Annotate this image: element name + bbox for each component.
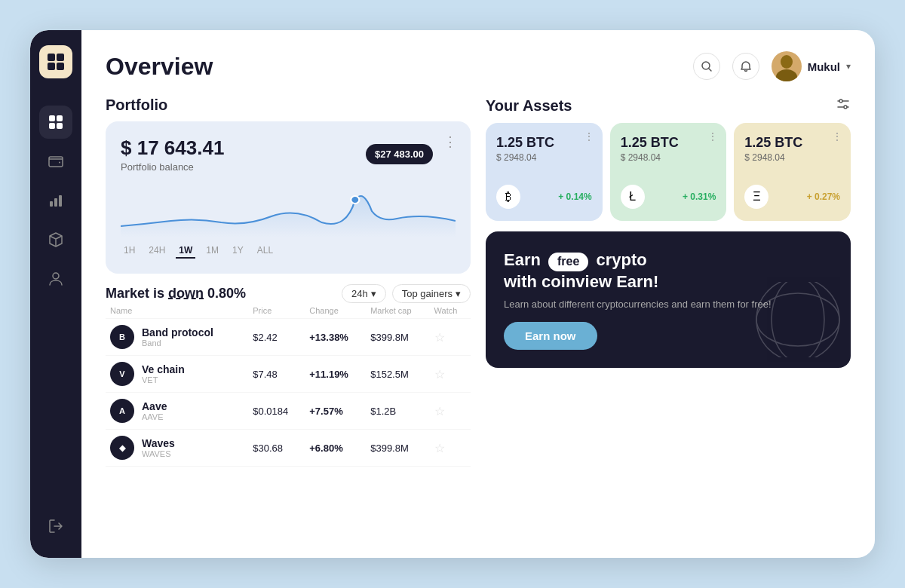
svg-point-24 (844, 106, 847, 109)
time-1y[interactable]: 1Y (229, 243, 247, 259)
search-button[interactable] (693, 53, 720, 80)
eth-change: + 0.27% (807, 191, 840, 202)
free-badge: free (548, 253, 588, 271)
filter-24h-btn[interactable]: 24h ▾ (342, 284, 386, 303)
bar-chart-icon (48, 192, 64, 209)
svg-point-27 (756, 293, 839, 346)
assets-title: Your Assets (486, 97, 572, 115)
coin-price: $30.68 (248, 430, 305, 467)
sidebar-item-dashboard[interactable] (39, 106, 72, 139)
svg-text:B: B (119, 332, 125, 341)
time-24h[interactable]: 24H (146, 243, 168, 259)
asset-card-eth: ⋮ 1.25 BTC $ 2948.04 Ξ + 0.27% (734, 123, 851, 221)
sidebar-nav (39, 106, 72, 510)
market-change-val: 0.80% (207, 286, 246, 301)
coin-logo: V (110, 362, 134, 386)
market-direction: down (168, 286, 204, 301)
star-icon[interactable]: ☆ (434, 442, 445, 455)
svg-point-14 (781, 55, 793, 69)
star-icon[interactable]: ☆ (434, 331, 445, 344)
svg-rect-3 (57, 63, 64, 70)
assets-section: Your Assets ⋮ (486, 96, 851, 221)
coin-watch[interactable]: ☆ (430, 430, 471, 467)
sidebar-item-chart[interactable] (39, 184, 72, 217)
sidebar-item-logout[interactable] (39, 510, 72, 543)
coin-name: Waves (142, 437, 175, 449)
svg-point-15 (776, 69, 797, 81)
col-change: Change (305, 303, 366, 319)
filter-button[interactable] (836, 96, 851, 115)
sidebar-logo[interactable] (39, 45, 72, 78)
avatar (772, 51, 802, 81)
ltc-change: + 0.31% (683, 191, 716, 202)
coin-watch[interactable]: ☆ (430, 319, 471, 356)
main-content: Overview (81, 30, 875, 558)
eth-amount: 1.25 BTC (744, 135, 840, 151)
chevron-down-icon: ▾ (846, 61, 851, 72)
sidebar-item-profile[interactable] (39, 262, 72, 296)
svg-rect-9 (50, 201, 53, 207)
table-row: V Ve chain VET $7.48 +11.19% $152.5M ☆ (106, 356, 471, 393)
asset-card-ltc: ⋮ 1.25 BTC $ 2948.04 Ł + 0.31% (610, 123, 727, 221)
coin-mcap: $1.2B (366, 393, 429, 430)
coin-watch[interactable]: ☆ (430, 393, 471, 430)
ltc-amount: 1.25 BTC (621, 135, 716, 151)
coin-symbol: AAVE (142, 412, 167, 421)
eth-bottom: Ξ + 0.27% (744, 185, 840, 209)
time-all[interactable]: ALL (254, 243, 276, 259)
portfolio-menu[interactable]: ⋮ (443, 133, 459, 150)
svg-text:A: A (119, 406, 125, 415)
coin-name: Band protocol (142, 326, 213, 338)
asset-card-menu-ltc[interactable]: ⋮ (707, 130, 719, 142)
earn-now-button[interactable]: Earn now (504, 322, 597, 350)
svg-point-12 (53, 273, 59, 279)
time-1m[interactable]: 1M (203, 243, 222, 259)
asset-card-menu-btc[interactable]: ⋮ (584, 130, 595, 142)
svg-point-16 (351, 196, 359, 204)
right-column: Your Assets ⋮ (486, 96, 851, 537)
btc-bottom: ₿ + 0.14% (496, 185, 592, 209)
header: Overview (106, 51, 851, 81)
table-row: B Band protocol Band $2.42 +13.38% $399.… (106, 319, 471, 356)
sidebar-item-cube[interactable] (39, 223, 72, 256)
asset-card-menu-eth[interactable]: ⋮ (832, 130, 843, 142)
ltc-usd: $ 2948.04 (621, 152, 716, 163)
coin-mcap: $399.8M (366, 319, 429, 356)
page-title: Overview (106, 53, 213, 81)
coin-price: $2.42 (248, 319, 305, 356)
svg-rect-7 (57, 123, 63, 129)
cube-icon (48, 231, 64, 248)
btc-amount: 1.25 BTC (496, 135, 592, 151)
coin-price: $7.48 (248, 356, 305, 393)
search-icon (701, 60, 713, 72)
time-1h[interactable]: 1H (121, 243, 138, 259)
user-profile[interactable]: Mukul ▾ (772, 51, 851, 81)
left-column: Portfolio ⋮ $ 17 643.41 Portfolio balanc… (106, 96, 471, 537)
svg-rect-10 (54, 198, 57, 207)
sidebar-bottom (39, 510, 72, 543)
coin-price: $0.0184 (248, 393, 305, 430)
chart-svg (121, 185, 456, 237)
coin-symbol: VET (142, 375, 185, 384)
wallet-icon (48, 153, 64, 170)
coin-mcap: $152.5M (366, 356, 429, 393)
time-filters: 1H 24H 1W 1M 1Y ALL (121, 243, 456, 259)
coin-symbol: WAVES (142, 449, 175, 458)
coin-logo: A (110, 399, 134, 423)
filter-top-btn[interactable]: Top gainers ▾ (392, 284, 471, 303)
portfolio-section: Portfolio ⋮ $ 17 643.41 Portfolio balanc… (106, 96, 471, 274)
coin-logo: B (110, 325, 134, 349)
portfolio-title: Portfolio (106, 96, 471, 114)
market-title: Market is down 0.80% (106, 286, 246, 302)
coin-name: Ve chain (142, 363, 185, 375)
eth-usd: $ 2948.04 (744, 152, 840, 163)
user-icon (48, 271, 64, 287)
portfolio-tooltip: $27 483.00 (366, 144, 433, 164)
time-1w[interactable]: 1W (176, 243, 195, 259)
notification-button[interactable] (732, 53, 759, 80)
market-table-body: B Band protocol Band $2.42 +13.38% $399.… (106, 319, 471, 467)
coin-watch[interactable]: ☆ (430, 356, 471, 393)
star-icon[interactable]: ☆ (434, 405, 445, 418)
sidebar-item-wallet[interactable] (39, 145, 72, 178)
star-icon[interactable]: ☆ (434, 368, 445, 381)
